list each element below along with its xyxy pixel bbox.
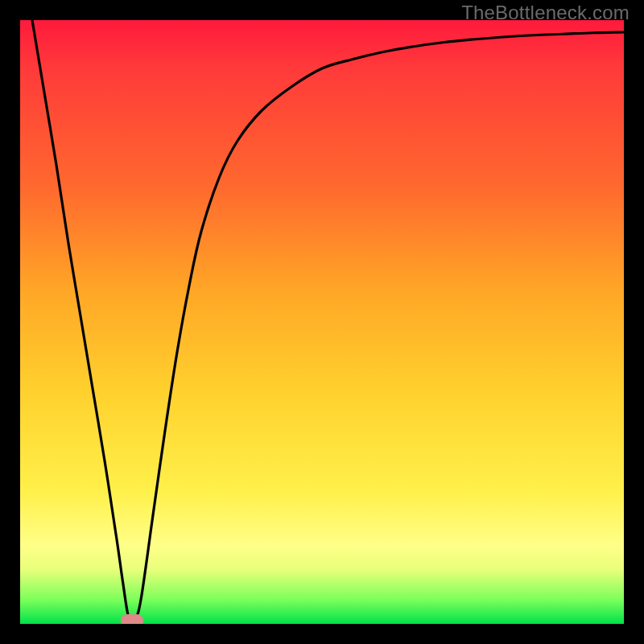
bottleneck-curve <box>20 20 624 621</box>
watermark-text: TheBottleneck.com <box>461 2 630 24</box>
curve-svg <box>20 20 624 624</box>
optimum-marker <box>121 614 143 625</box>
plot-area <box>20 20 624 624</box>
chart-frame: TheBottleneck.com <box>0 0 644 644</box>
